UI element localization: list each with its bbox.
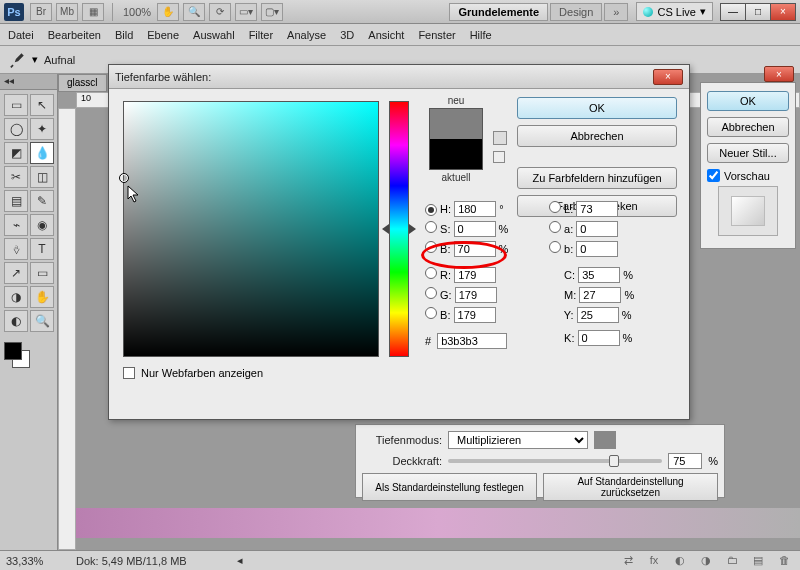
bridge-button[interactable]: Br (30, 3, 52, 21)
input-hex[interactable] (437, 333, 507, 349)
new-layer-icon[interactable]: ▤ (748, 554, 768, 567)
deckkraft-value[interactable] (668, 453, 702, 469)
radio-s[interactable] (425, 221, 437, 233)
zoom-tool-shortcut[interactable]: 🔍 (183, 3, 205, 21)
link-layers-icon[interactable]: ⇄ (618, 554, 638, 567)
tool-crop[interactable]: ◩ (4, 142, 28, 164)
deckkraft-slider[interactable] (448, 459, 662, 463)
input-b-rgb[interactable] (454, 307, 496, 323)
menu-bild[interactable]: Bild (115, 29, 133, 41)
websafe-warning-icon[interactable] (493, 151, 505, 163)
workspace-design[interactable]: Design (550, 3, 602, 21)
color-picker-close[interactable]: × (653, 69, 683, 85)
tool-shape[interactable]: ▭ (30, 262, 54, 284)
tool-move[interactable]: ▭ (4, 94, 28, 116)
zoom-display[interactable]: 100% (123, 6, 151, 18)
input-g[interactable] (455, 287, 497, 303)
fx-icon[interactable]: fx (644, 554, 664, 567)
input-s[interactable] (454, 221, 496, 237)
tool-marquee[interactable]: ↖ (30, 94, 54, 116)
radio-r[interactable] (425, 267, 437, 279)
radio-b-rgb[interactable] (425, 307, 437, 319)
input-c[interactable] (578, 267, 620, 283)
input-y[interactable] (577, 307, 619, 323)
menu-filter[interactable]: Filter (249, 29, 273, 41)
hue-slider[interactable] (389, 101, 409, 357)
window-maximize[interactable]: □ (745, 3, 771, 21)
mask-icon[interactable]: ◐ (670, 554, 690, 567)
picker-ok-button[interactable]: OK (517, 97, 677, 119)
radio-a[interactable] (549, 221, 561, 233)
add-to-swatches-button[interactable]: Zu Farbfeldern hinzufügen (517, 167, 677, 189)
side-newstyle-button[interactable]: Neuer Stil... (707, 143, 789, 163)
tool-type[interactable]: T (30, 238, 54, 260)
tool-rotate[interactable]: ◐ (4, 310, 28, 332)
workspace-grundelemente[interactable]: Grundelemente (449, 3, 548, 21)
adjustment-icon[interactable]: ◑ (696, 554, 716, 567)
foreground-swatch[interactable] (4, 342, 22, 360)
tool-gradient[interactable]: ◉ (30, 214, 54, 236)
radio-g[interactable] (425, 287, 437, 299)
screen-mode-button[interactable]: ▢▾ (261, 3, 283, 21)
input-l[interactable] (576, 201, 618, 217)
tiefenmodus-select[interactable]: Multiplizieren (448, 431, 588, 449)
input-h[interactable] (454, 201, 496, 217)
window-minimize[interactable]: — (720, 3, 746, 21)
menu-auswahl[interactable]: Auswahl (193, 29, 235, 41)
tool-hand[interactable]: ✋ (30, 286, 54, 308)
menu-fenster[interactable]: Fenster (418, 29, 455, 41)
folder-icon[interactable]: 🗀 (722, 554, 742, 567)
radio-h[interactable] (425, 204, 437, 216)
status-docsize[interactable]: Dok: 5,49 MB/11,8 MB (76, 555, 187, 567)
color-picker-titlebar[interactable]: Tiefenfarbe wählen: × (109, 65, 689, 89)
sv-cursor[interactable] (119, 173, 129, 183)
trash-icon[interactable]: 🗑 (774, 554, 794, 567)
menu-datei[interactable]: Datei (8, 29, 34, 41)
side-ok-button[interactable]: OK (707, 91, 789, 111)
menu-ansicht[interactable]: Ansicht (368, 29, 404, 41)
tool-stamp[interactable]: ▤ (4, 190, 28, 212)
cs-live-button[interactable]: CS Live▾ (636, 2, 713, 21)
radio-l[interactable] (549, 201, 561, 213)
input-m[interactable] (579, 287, 621, 303)
rotate-view-shortcut[interactable]: ⟳ (209, 3, 231, 21)
color-swatches[interactable] (0, 336, 57, 374)
tool-path[interactable]: ↗ (4, 262, 28, 284)
tool-zoom[interactable]: 🔍 (30, 310, 54, 332)
vorschau-checkbox[interactable] (707, 169, 720, 182)
input-b-lab[interactable] (576, 241, 618, 257)
hand-tool-shortcut[interactable]: ✋ (157, 3, 179, 21)
picker-cancel-button[interactable]: Abbrechen (517, 125, 677, 147)
tool-lasso[interactable]: ◯ (4, 118, 28, 140)
saturation-value-box[interactable] (123, 101, 379, 357)
tool-heal[interactable]: ✂ (4, 166, 28, 188)
menu-3d[interactable]: 3D (340, 29, 354, 41)
tool-wand[interactable]: ✦ (30, 118, 54, 140)
menu-analyse[interactable]: Analyse (287, 29, 326, 41)
document-tab[interactable]: glasscl (58, 74, 107, 92)
input-b-hsb[interactable] (454, 241, 496, 257)
tool-history-brush[interactable]: ✎ (30, 190, 54, 212)
side-dialog-close[interactable]: × (764, 66, 794, 82)
input-a[interactable] (576, 221, 618, 237)
radio-b-hsb[interactable] (425, 241, 437, 253)
set-default-button[interactable]: Als Standardeinstellung festlegen (362, 473, 537, 501)
side-cancel-button[interactable]: Abbrechen (707, 117, 789, 137)
tiefenmodus-color[interactable] (594, 431, 616, 449)
radio-b-lab[interactable] (549, 241, 561, 253)
webonly-checkbox[interactable] (123, 367, 135, 379)
tool-pen[interactable]: ⎀ (4, 238, 28, 260)
minibridge-button[interactable]: Mb (56, 3, 78, 21)
input-r[interactable] (454, 267, 496, 283)
status-zoom[interactable]: 33,33% (6, 555, 66, 567)
new-current-swatch[interactable] (429, 108, 483, 170)
menu-ebene[interactable]: Ebene (147, 29, 179, 41)
tool-brush[interactable]: ◫ (30, 166, 54, 188)
menu-hilfe[interactable]: Hilfe (470, 29, 492, 41)
input-k[interactable] (578, 330, 620, 346)
tool-eyedropper[interactable]: 💧 (30, 142, 54, 164)
tool-3d[interactable]: ◑ (4, 286, 28, 308)
tool-eraser[interactable]: ⌁ (4, 214, 28, 236)
window-close[interactable]: × (770, 3, 796, 21)
reset-default-button[interactable]: Auf Standardeinstellung zurücksetzen (543, 473, 718, 501)
